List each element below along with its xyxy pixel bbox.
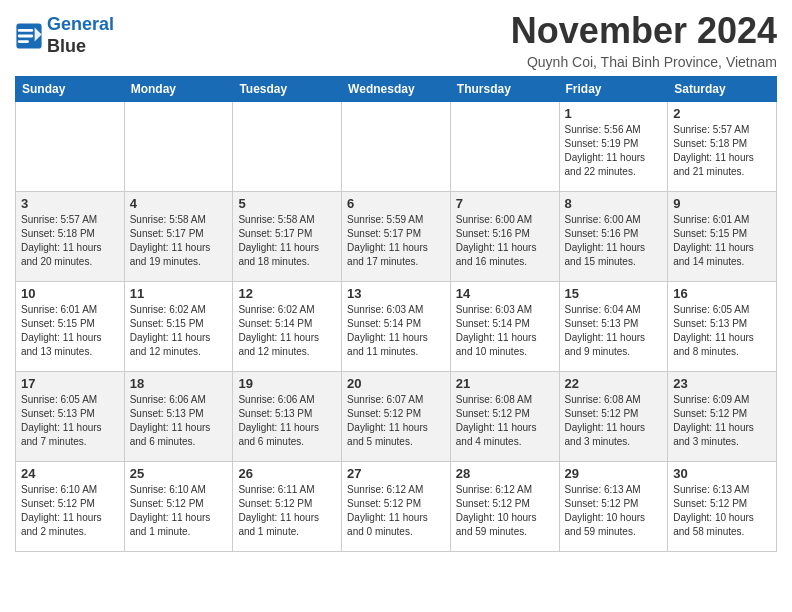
day-info: Sunrise: 6:01 AM Sunset: 5:15 PM Dayligh… — [21, 303, 119, 359]
day-info: Sunrise: 5:57 AM Sunset: 5:18 PM Dayligh… — [21, 213, 119, 269]
day-number: 26 — [238, 466, 336, 481]
day-info: Sunrise: 6:12 AM Sunset: 5:12 PM Dayligh… — [347, 483, 445, 539]
day-info: Sunrise: 6:02 AM Sunset: 5:14 PM Dayligh… — [238, 303, 336, 359]
day-number: 12 — [238, 286, 336, 301]
day-info: Sunrise: 6:05 AM Sunset: 5:13 PM Dayligh… — [673, 303, 771, 359]
day-info: Sunrise: 6:04 AM Sunset: 5:13 PM Dayligh… — [565, 303, 663, 359]
location: Quynh Coi, Thai Binh Province, Vietnam — [511, 54, 777, 70]
calendar-cell: 2Sunrise: 5:57 AM Sunset: 5:18 PM Daylig… — [668, 102, 777, 192]
calendar-cell: 4Sunrise: 5:58 AM Sunset: 5:17 PM Daylig… — [124, 192, 233, 282]
day-info: Sunrise: 6:05 AM Sunset: 5:13 PM Dayligh… — [21, 393, 119, 449]
calendar-header: SundayMondayTuesdayWednesdayThursdayFrid… — [16, 77, 777, 102]
day-number: 15 — [565, 286, 663, 301]
day-number: 4 — [130, 196, 228, 211]
calendar-cell — [124, 102, 233, 192]
calendar-cell: 13Sunrise: 6:03 AM Sunset: 5:14 PM Dayli… — [342, 282, 451, 372]
title-block: November 2024 Quynh Coi, Thai Binh Provi… — [511, 10, 777, 70]
day-info: Sunrise: 6:01 AM Sunset: 5:15 PM Dayligh… — [673, 213, 771, 269]
calendar-cell: 10Sunrise: 6:01 AM Sunset: 5:15 PM Dayli… — [16, 282, 125, 372]
day-info: Sunrise: 6:03 AM Sunset: 5:14 PM Dayligh… — [347, 303, 445, 359]
day-info: Sunrise: 6:13 AM Sunset: 5:12 PM Dayligh… — [565, 483, 663, 539]
logo-icon — [15, 22, 43, 50]
day-number: 10 — [21, 286, 119, 301]
day-info: Sunrise: 5:58 AM Sunset: 5:17 PM Dayligh… — [238, 213, 336, 269]
day-header-wednesday: Wednesday — [342, 77, 451, 102]
calendar-cell: 14Sunrise: 6:03 AM Sunset: 5:14 PM Dayli… — [450, 282, 559, 372]
day-info: Sunrise: 5:56 AM Sunset: 5:19 PM Dayligh… — [565, 123, 663, 179]
calendar-cell: 30Sunrise: 6:13 AM Sunset: 5:12 PM Dayli… — [668, 462, 777, 552]
day-info: Sunrise: 5:58 AM Sunset: 5:17 PM Dayligh… — [130, 213, 228, 269]
day-number: 6 — [347, 196, 445, 211]
calendar-body: 1Sunrise: 5:56 AM Sunset: 5:19 PM Daylig… — [16, 102, 777, 552]
day-number: 23 — [673, 376, 771, 391]
day-info: Sunrise: 5:57 AM Sunset: 5:18 PM Dayligh… — [673, 123, 771, 179]
day-info: Sunrise: 6:06 AM Sunset: 5:13 PM Dayligh… — [130, 393, 228, 449]
calendar-cell: 29Sunrise: 6:13 AM Sunset: 5:12 PM Dayli… — [559, 462, 668, 552]
calendar-cell: 12Sunrise: 6:02 AM Sunset: 5:14 PM Dayli… — [233, 282, 342, 372]
logo-text: General Blue — [47, 14, 114, 57]
day-number: 14 — [456, 286, 554, 301]
month-title: November 2024 — [511, 10, 777, 52]
calendar-cell: 17Sunrise: 6:05 AM Sunset: 5:13 PM Dayli… — [16, 372, 125, 462]
calendar-cell: 15Sunrise: 6:04 AM Sunset: 5:13 PM Dayli… — [559, 282, 668, 372]
day-number: 17 — [21, 376, 119, 391]
calendar-table: SundayMondayTuesdayWednesdayThursdayFrid… — [15, 76, 777, 552]
calendar-cell: 3Sunrise: 5:57 AM Sunset: 5:18 PM Daylig… — [16, 192, 125, 282]
calendar-cell: 27Sunrise: 6:12 AM Sunset: 5:12 PM Dayli… — [342, 462, 451, 552]
calendar-cell: 22Sunrise: 6:08 AM Sunset: 5:12 PM Dayli… — [559, 372, 668, 462]
calendar-cell: 24Sunrise: 6:10 AM Sunset: 5:12 PM Dayli… — [16, 462, 125, 552]
logo-line1: General — [47, 14, 114, 34]
day-number: 29 — [565, 466, 663, 481]
day-number: 20 — [347, 376, 445, 391]
day-info: Sunrise: 6:09 AM Sunset: 5:12 PM Dayligh… — [673, 393, 771, 449]
day-info: Sunrise: 6:02 AM Sunset: 5:15 PM Dayligh… — [130, 303, 228, 359]
logo: General Blue — [15, 14, 114, 57]
calendar-cell: 25Sunrise: 6:10 AM Sunset: 5:12 PM Dayli… — [124, 462, 233, 552]
calendar-cell: 1Sunrise: 5:56 AM Sunset: 5:19 PM Daylig… — [559, 102, 668, 192]
calendar-cell: 9Sunrise: 6:01 AM Sunset: 5:15 PM Daylig… — [668, 192, 777, 282]
day-number: 28 — [456, 466, 554, 481]
day-number: 25 — [130, 466, 228, 481]
day-header-thursday: Thursday — [450, 77, 559, 102]
calendar-cell: 11Sunrise: 6:02 AM Sunset: 5:15 PM Dayli… — [124, 282, 233, 372]
day-info: Sunrise: 6:08 AM Sunset: 5:12 PM Dayligh… — [456, 393, 554, 449]
day-number: 27 — [347, 466, 445, 481]
calendar-cell: 21Sunrise: 6:08 AM Sunset: 5:12 PM Dayli… — [450, 372, 559, 462]
calendar-cell: 7Sunrise: 6:00 AM Sunset: 5:16 PM Daylig… — [450, 192, 559, 282]
day-header-monday: Monday — [124, 77, 233, 102]
day-number: 13 — [347, 286, 445, 301]
logo-line2: Blue — [47, 36, 86, 56]
day-number: 8 — [565, 196, 663, 211]
calendar-cell — [16, 102, 125, 192]
day-number: 2 — [673, 106, 771, 121]
day-number: 22 — [565, 376, 663, 391]
calendar-cell: 28Sunrise: 6:12 AM Sunset: 5:12 PM Dayli… — [450, 462, 559, 552]
day-number: 24 — [21, 466, 119, 481]
day-info: Sunrise: 6:06 AM Sunset: 5:13 PM Dayligh… — [238, 393, 336, 449]
day-header-sunday: Sunday — [16, 77, 125, 102]
calendar-cell: 26Sunrise: 6:11 AM Sunset: 5:12 PM Dayli… — [233, 462, 342, 552]
day-info: Sunrise: 6:00 AM Sunset: 5:16 PM Dayligh… — [565, 213, 663, 269]
svg-rect-3 — [18, 34, 33, 37]
day-info: Sunrise: 6:11 AM Sunset: 5:12 PM Dayligh… — [238, 483, 336, 539]
day-info: Sunrise: 6:00 AM Sunset: 5:16 PM Dayligh… — [456, 213, 554, 269]
calendar-cell: 23Sunrise: 6:09 AM Sunset: 5:12 PM Dayli… — [668, 372, 777, 462]
day-number: 9 — [673, 196, 771, 211]
calendar-cell: 5Sunrise: 5:58 AM Sunset: 5:17 PM Daylig… — [233, 192, 342, 282]
day-info: Sunrise: 6:07 AM Sunset: 5:12 PM Dayligh… — [347, 393, 445, 449]
calendar-cell: 20Sunrise: 6:07 AM Sunset: 5:12 PM Dayli… — [342, 372, 451, 462]
day-number: 18 — [130, 376, 228, 391]
day-info: Sunrise: 6:10 AM Sunset: 5:12 PM Dayligh… — [130, 483, 228, 539]
header: General Blue November 2024 Quynh Coi, Th… — [15, 10, 777, 70]
day-number: 16 — [673, 286, 771, 301]
calendar-cell: 16Sunrise: 6:05 AM Sunset: 5:13 PM Dayli… — [668, 282, 777, 372]
day-number: 11 — [130, 286, 228, 301]
day-number: 21 — [456, 376, 554, 391]
calendar-cell — [342, 102, 451, 192]
svg-rect-4 — [18, 40, 29, 43]
day-info: Sunrise: 6:10 AM Sunset: 5:12 PM Dayligh… — [21, 483, 119, 539]
calendar-cell: 18Sunrise: 6:06 AM Sunset: 5:13 PM Dayli… — [124, 372, 233, 462]
day-info: Sunrise: 6:08 AM Sunset: 5:12 PM Dayligh… — [565, 393, 663, 449]
svg-rect-2 — [18, 29, 33, 32]
calendar-cell — [233, 102, 342, 192]
